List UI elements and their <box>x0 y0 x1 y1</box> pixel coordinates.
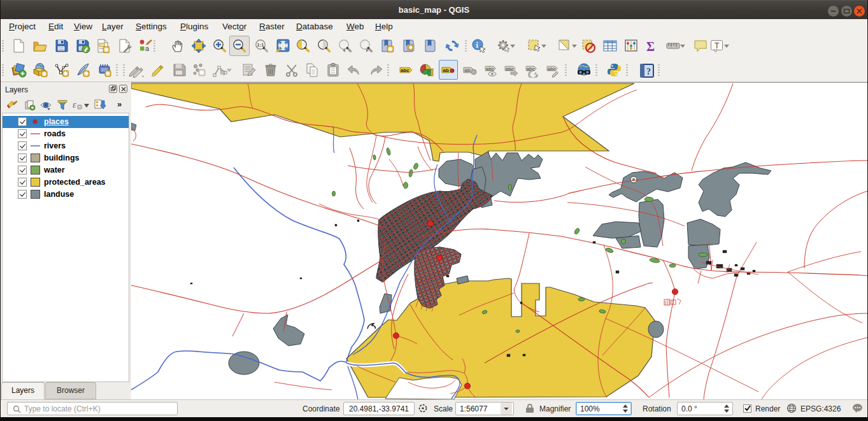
svg-text:Σ: Σ <box>646 39 655 54</box>
svg-text:ε: ε <box>73 100 76 110</box>
svg-text:T: T <box>715 41 720 50</box>
svg-text:1:1: 1:1 <box>257 42 264 48</box>
svg-text:ab: ab <box>443 68 449 73</box>
svg-text:ab: ab <box>465 68 471 73</box>
svg-text:abc: abc <box>506 66 514 72</box>
svg-text:abc: abc <box>486 66 494 72</box>
svg-text:a: a <box>145 45 150 52</box>
svg-text:abc: abc <box>548 66 556 72</box>
svg-text:abc: abc <box>401 68 409 73</box>
svg-text:?: ? <box>646 67 651 76</box>
